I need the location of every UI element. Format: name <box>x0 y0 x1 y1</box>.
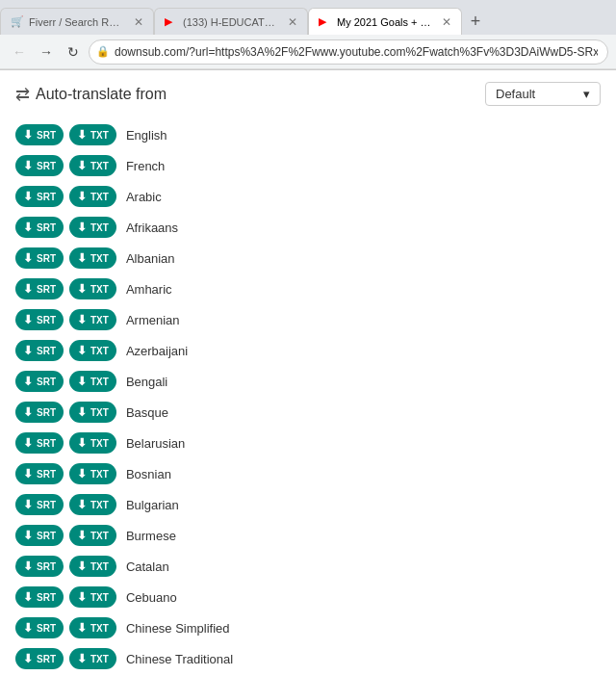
main-content: ⇄ Auto-translate from Default ▾ ⬇ SRT ⬇ … <box>0 70 616 676</box>
download-txt-icon: ⬇ <box>77 128 87 142</box>
download-srt-icon: ⬇ <box>23 190 33 203</box>
language-row: ⬇ SRT ⬇ TXT Bulgarian <box>15 489 601 520</box>
srt-download-button[interactable]: ⬇ SRT <box>15 186 64 207</box>
srt-download-button[interactable]: ⬇ SRT <box>15 402 64 423</box>
language-row: ⬇ SRT ⬇ TXT Belarusian <box>15 428 601 458</box>
language-row: ⬇ SRT ⬇ TXT Bengali <box>15 366 601 397</box>
txt-download-button[interactable]: ⬇ TXT <box>69 586 116 608</box>
txt-download-button[interactable]: ⬇ TXT <box>69 371 116 392</box>
txt-label: TXT <box>90 592 109 603</box>
txt-download-button[interactable]: ⬇ TXT <box>69 525 116 546</box>
srt-label: SRT <box>37 592 56 603</box>
txt-label: TXT <box>90 130 109 141</box>
txt-download-button[interactable]: ⬇ TXT <box>69 648 116 669</box>
txt-download-button[interactable]: ⬇ TXT <box>69 155 116 176</box>
txt-label: TXT <box>90 192 109 202</box>
srt-label: SRT <box>37 284 56 295</box>
download-srt-icon: ⬇ <box>23 159 33 172</box>
txt-download-button[interactable]: ⬇ TXT <box>69 617 116 638</box>
download-srt-icon: ⬇ <box>23 529 33 542</box>
language-row: ⬇ SRT ⬇ TXT Catalan <box>15 551 601 582</box>
reload-button[interactable]: ↻ <box>62 40 85 64</box>
txt-download-button[interactable]: ⬇ TXT <box>69 309 116 330</box>
language-name: Cebuano <box>126 590 177 605</box>
srt-download-button[interactable]: ⬇ SRT <box>15 217 64 238</box>
tab-close-heducate[interactable]: ✕ <box>288 15 297 29</box>
srt-download-button[interactable]: ⬇ SRT <box>15 463 64 484</box>
download-txt-icon: ⬇ <box>77 282 87 296</box>
language-list: ⬇ SRT ⬇ TXT English ⬇ SRT ⬇ TXT French ⬇… <box>15 119 601 676</box>
download-txt-icon: ⬇ <box>77 529 87 542</box>
txt-label: TXT <box>90 438 109 449</box>
new-tab-button[interactable]: + <box>462 8 489 35</box>
txt-label: TXT <box>90 623 109 634</box>
download-txt-icon: ⬇ <box>77 190 87 203</box>
txt-download-button[interactable]: ⬇ TXT <box>69 494 116 515</box>
download-txt-icon: ⬇ <box>77 375 87 388</box>
txt-download-button[interactable]: ⬇ TXT <box>69 340 116 361</box>
srt-download-button[interactable]: ⬇ SRT <box>15 432 64 454</box>
download-srt-icon: ⬇ <box>23 590 33 604</box>
download-txt-icon: ⬇ <box>77 251 87 265</box>
address-bar-wrap: 🔒 <box>89 39 608 65</box>
address-bar[interactable] <box>89 39 608 65</box>
download-srt-icon: ⬇ <box>23 375 33 388</box>
txt-label: TXT <box>90 531 109 541</box>
srt-download-button[interactable]: ⬇ SRT <box>15 371 64 392</box>
download-srt-icon: ⬇ <box>23 282 33 296</box>
txt-label: TXT <box>90 161 109 171</box>
txt-label: TXT <box>90 654 109 664</box>
download-srt-icon: ⬇ <box>23 313 33 326</box>
download-txt-icon: ⬇ <box>77 498 87 511</box>
txt-download-button[interactable]: ⬇ TXT <box>69 556 116 577</box>
forward-button[interactable]: → <box>35 40 58 64</box>
lock-icon: 🔒 <box>96 45 110 58</box>
language-row: ⬇ SRT ⬇ TXT Bosnian <box>15 458 601 489</box>
back-button[interactable]: ← <box>8 40 31 64</box>
tab-goals[interactable]: ▶ My 2021 Goals + Special Surpris... ✕ <box>308 8 462 35</box>
txt-download-button[interactable]: ⬇ TXT <box>69 186 116 207</box>
txt-download-button[interactable]: ⬇ TXT <box>69 217 116 238</box>
srt-download-button[interactable]: ⬇ SRT <box>15 278 64 299</box>
txt-label: TXT <box>90 407 109 418</box>
download-txt-icon: ⬇ <box>77 559 87 573</box>
srt-download-button[interactable]: ⬇ SRT <box>15 556 64 577</box>
srt-download-button[interactable]: ⬇ SRT <box>15 586 64 608</box>
download-srt-icon: ⬇ <box>23 498 33 511</box>
tab-heducate[interactable]: ▶ (133) H-EDUCATE - YouTube ✕ <box>154 8 308 35</box>
srt-download-button[interactable]: ⬇ SRT <box>15 494 64 515</box>
download-txt-icon: ⬇ <box>77 221 87 234</box>
tab-close-fiverr[interactable]: ✕ <box>134 15 143 29</box>
download-srt-icon: ⬇ <box>23 405 33 419</box>
srt-download-button[interactable]: ⬇ SRT <box>15 340 64 361</box>
language-name: Basque <box>126 405 168 420</box>
download-srt-icon: ⬇ <box>23 128 33 142</box>
tab-label-heducate: (133) H-EDUCATE - YouTube <box>183 16 279 28</box>
download-txt-icon: ⬇ <box>77 590 87 604</box>
txt-download-button[interactable]: ⬇ TXT <box>69 432 116 454</box>
download-txt-icon: ⬇ <box>77 344 87 357</box>
txt-download-button[interactable]: ⬇ TXT <box>69 278 116 299</box>
default-dropdown[interactable]: Default ▾ <box>485 82 601 106</box>
srt-download-button[interactable]: ⬇ SRT <box>15 247 64 269</box>
srt-download-button[interactable]: ⬇ SRT <box>15 617 64 638</box>
srt-download-button[interactable]: ⬇ SRT <box>15 648 64 669</box>
language-name: English <box>126 128 167 143</box>
language-name: Afrikaans <box>126 221 178 235</box>
language-name: Azerbaijani <box>126 344 188 358</box>
txt-label: TXT <box>90 377 109 387</box>
srt-download-button[interactable]: ⬇ SRT <box>15 309 64 330</box>
txt-download-button[interactable]: ⬇ TXT <box>69 247 116 269</box>
tab-fiverr[interactable]: 🛒 Fiverr / Search Results for 'yout... ✕ <box>0 8 154 35</box>
srt-label: SRT <box>37 531 56 541</box>
txt-download-button[interactable]: ⬇ TXT <box>69 124 116 145</box>
txt-download-button[interactable]: ⬇ TXT <box>69 463 116 484</box>
srt-download-button[interactable]: ⬇ SRT <box>15 155 64 176</box>
srt-download-button[interactable]: ⬇ SRT <box>15 525 64 546</box>
txt-download-button[interactable]: ⬇ TXT <box>69 402 116 423</box>
srt-download-button[interactable]: ⬇ SRT <box>15 124 64 145</box>
srt-label: SRT <box>37 469 56 480</box>
txt-label: TXT <box>90 253 109 264</box>
tab-close-goals[interactable]: ✕ <box>442 15 451 29</box>
tab-bar: 🛒 Fiverr / Search Results for 'yout... ✕… <box>0 0 616 35</box>
